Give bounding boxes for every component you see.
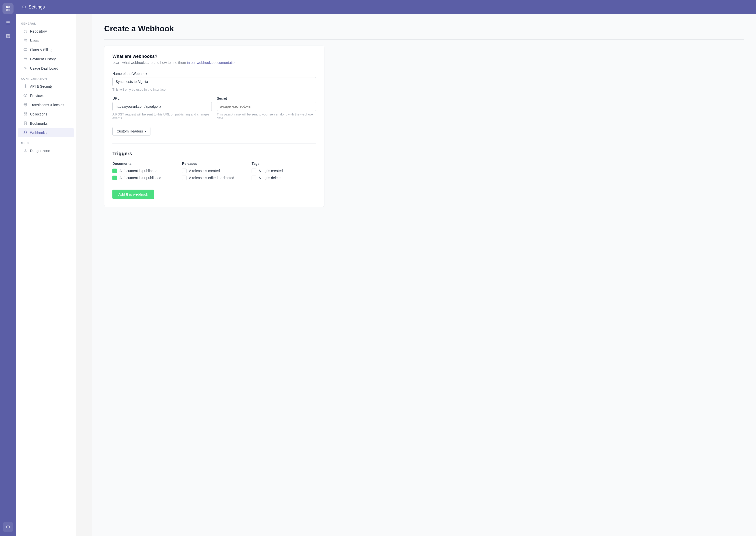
svg-point-9 bbox=[25, 95, 26, 96]
sidebar-item-previews[interactable]: Previews bbox=[18, 91, 74, 100]
tag-deleted-checkbox-wrapper[interactable] bbox=[252, 176, 256, 180]
sidebar-item-webhooks[interactable]: Webhooks bbox=[18, 128, 74, 137]
releases-trigger-group: Releases A release is created bbox=[182, 161, 247, 183]
secret-hint: This passphrase will be sent to your ser… bbox=[217, 113, 316, 120]
sidebar-item-payment-history[interactable]: Payment History bbox=[18, 54, 74, 64]
sidebar-item-users[interactable]: Users bbox=[18, 36, 74, 45]
tag-created-checkbox-wrapper[interactable] bbox=[252, 169, 256, 173]
add-webhook-button[interactable]: Add this webhook bbox=[112, 189, 154, 199]
usage-icon bbox=[23, 66, 27, 71]
header-title: Settings bbox=[29, 5, 45, 10]
webhook-form-card: What are webhooks? Learn what webhooks a… bbox=[104, 46, 325, 207]
custom-headers-label: Custom Headers bbox=[117, 129, 143, 133]
secret-group: Secret This passphrase will be sent to y… bbox=[217, 96, 316, 120]
sidebar-item-label: Collections bbox=[30, 112, 47, 116]
secret-label: Secret bbox=[217, 96, 316, 100]
webhooks-icon bbox=[23, 130, 27, 135]
sidebar-item-bookmarks[interactable]: Bookmarks bbox=[18, 119, 74, 128]
previews-icon bbox=[23, 93, 27, 98]
tag-created-label[interactable]: A tag is created bbox=[259, 169, 283, 173]
sidebar-item-label: API & Security bbox=[30, 84, 52, 88]
secret-input[interactable] bbox=[217, 102, 316, 111]
trigger-item: ✓ A document is unpublished bbox=[112, 176, 177, 180]
sidebar-item-repository[interactable]: ◎ Repository bbox=[18, 27, 74, 36]
translations-icon bbox=[23, 103, 27, 107]
tags-trigger-group: Tags A tag is created bbox=[252, 161, 316, 183]
trigger-item: A tag is deleted bbox=[252, 176, 316, 180]
top-header: ⚙ Settings bbox=[16, 0, 756, 14]
repository-icon: ◎ bbox=[23, 29, 27, 34]
danger-icon: ⚠ bbox=[23, 149, 27, 153]
api-icon bbox=[23, 84, 27, 89]
trigger-item: A release is edited or deleted bbox=[182, 176, 247, 180]
sidebar-item-label: Payment History bbox=[30, 57, 56, 61]
svg-rect-7 bbox=[24, 58, 26, 60]
doc-unpublished-label[interactable]: A document is unpublished bbox=[119, 176, 161, 180]
main-container: ⚙ Settings GENERAL ◎ Repository Users Pl… bbox=[16, 0, 756, 536]
doc-published-label[interactable]: A document is published bbox=[119, 169, 157, 173]
gear-icon[interactable]: ⚙ bbox=[3, 522, 13, 532]
name-label: Name of the Webhook bbox=[112, 72, 316, 76]
what-desc: Learn what webhooks are and how to use t… bbox=[112, 61, 316, 65]
svg-rect-2 bbox=[6, 9, 8, 11]
sidebar-item-label: Bookmarks bbox=[30, 121, 47, 125]
url-group: URL A POST request will be sent to this … bbox=[112, 96, 212, 120]
image-icon[interactable]: 🖼 bbox=[4, 32, 12, 41]
svg-point-4 bbox=[24, 39, 25, 40]
content-area: Create a Webhook What are webhooks? Lear… bbox=[92, 14, 756, 536]
release-edited-label[interactable]: A release is edited or deleted bbox=[189, 176, 234, 180]
tag-deleted-label[interactable]: A tag is deleted bbox=[259, 176, 283, 180]
webhooks-docs-link[interactable]: in our webhooks documentation bbox=[187, 61, 236, 65]
svg-rect-3 bbox=[8, 9, 10, 11]
sidebar-item-usage-dashboard[interactable]: Usage Dashboard bbox=[18, 64, 74, 73]
what-title: What are webhooks? bbox=[112, 54, 316, 59]
doc-published-checkbox-wrapper[interactable]: ✓ bbox=[112, 169, 117, 173]
doc-unpublished-checkbox-wrapper[interactable]: ✓ bbox=[112, 176, 117, 180]
documents-trigger-group: Documents ✓ A document is published bbox=[112, 161, 177, 183]
custom-headers-button[interactable]: Custom Headers ▾ bbox=[112, 127, 150, 136]
app-logo[interactable] bbox=[3, 3, 14, 14]
settings-header-icon: ⚙ bbox=[22, 4, 26, 10]
what-desc-text: Learn what webhooks are and how to use t… bbox=[112, 61, 186, 65]
trigger-item: A tag is created bbox=[252, 169, 316, 173]
name-hint: This will only be used in the interface bbox=[112, 88, 316, 91]
sidebar-item-translations[interactable]: Translations & locales bbox=[18, 100, 74, 110]
bookmarks-icon bbox=[23, 121, 27, 126]
general-section-label: GENERAL bbox=[16, 18, 76, 26]
url-secret-row: URL A POST request will be sent to this … bbox=[112, 96, 316, 125]
release-created-label[interactable]: A release is created bbox=[189, 169, 220, 173]
page-title: Create a Webhook bbox=[104, 24, 744, 33]
svg-point-8 bbox=[25, 86, 26, 87]
tags-group-title: Tags bbox=[252, 161, 316, 166]
release-created-checkbox-wrapper[interactable] bbox=[182, 169, 186, 173]
triggers-title: Triggers bbox=[112, 151, 316, 156]
documents-group-title: Documents bbox=[112, 161, 177, 166]
what-suffix: . bbox=[236, 61, 237, 65]
billing-icon bbox=[23, 48, 27, 52]
payment-icon bbox=[23, 57, 27, 61]
releases-group-title: Releases bbox=[182, 161, 247, 166]
sidebar-item-label: Usage Dashboard bbox=[30, 66, 58, 70]
svg-rect-13 bbox=[25, 113, 26, 114]
svg-rect-12 bbox=[24, 113, 25, 114]
triggers-section: Triggers Documents ✓ A document is publi… bbox=[112, 144, 316, 199]
trigger-item: A release is created bbox=[182, 169, 247, 173]
svg-rect-0 bbox=[6, 6, 8, 8]
sidebar-item-danger-zone[interactable]: ⚠ Danger zone bbox=[18, 146, 74, 155]
users-icon bbox=[23, 38, 27, 43]
sidebar-item-collections[interactable]: Collections bbox=[18, 110, 74, 119]
trigger-item: ✓ A document is published bbox=[112, 169, 177, 173]
sidebar-item-plans-billing[interactable]: Plans & Billing bbox=[18, 45, 74, 54]
svg-rect-15 bbox=[25, 114, 26, 115]
chevron-down-icon: ▾ bbox=[144, 129, 146, 133]
sidebar-item-label: Repository bbox=[30, 29, 47, 33]
sidebar-item-api-security[interactable]: API & Security bbox=[18, 82, 74, 91]
triggers-grid: Documents ✓ A document is published bbox=[112, 161, 316, 183]
release-edited-checkbox-wrapper[interactable] bbox=[182, 176, 186, 180]
collections-icon bbox=[23, 112, 27, 117]
menu-icon[interactable]: ☰ bbox=[4, 18, 12, 27]
url-hint: A POST request will be sent to this URL … bbox=[112, 113, 212, 120]
sidebar-item-label: Users bbox=[30, 39, 39, 43]
url-input[interactable] bbox=[112, 102, 212, 111]
webhook-name-input[interactable] bbox=[112, 77, 316, 86]
